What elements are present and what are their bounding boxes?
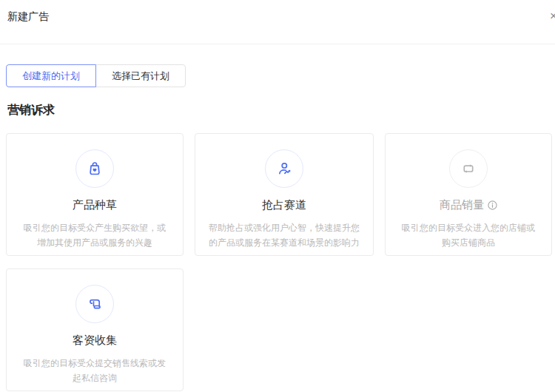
header-divider [0, 44, 555, 44]
tab-select-existing-plan[interactable]: 选择已有计划 [95, 64, 186, 87]
goal-card-description: 帮助抢占或强化用户心智，快速提升您的产品或服务在某赛道和场景的影响力 [195, 220, 373, 250]
bag-heart-icon [75, 149, 114, 188]
goal-card-seize-track[interactable]: 抢占赛道 帮助抢占或强化用户心智，快速提升您的产品或服务在某赛道和场景的影响力 [195, 133, 374, 256]
goal-card-lead-collection[interactable]: 客资收集 吸引您的目标受众提交销售线索或发起私信咨询 [6, 268, 184, 391]
new-ad-dialog: 新建广告 × 创建新的计划 选择已有计划 营销诉求 产品种草 吸引您的目标受众产… [0, 0, 555, 392]
goal-card-product-seeding[interactable]: 产品种草 吸引您的目标受众产生购买欲望，或增加其使用产品或服务的兴趣 [6, 133, 184, 256]
goal-card-title: 产品种草 [73, 198, 117, 212]
tab-create-new-plan[interactable]: 创建新的计划 [6, 64, 96, 87]
goal-card-description: 吸引您的目标受众进入您的店铺或购买店铺商品 [386, 220, 551, 250]
section-title-marketing-goal: 营销诉求 [7, 103, 55, 118]
goal-card-title: 商品销量 [440, 198, 484, 212]
dialog-title: 新建广告 [7, 10, 49, 24]
scroll-icon [75, 285, 114, 323]
goal-card-title: 抢占赛道 [262, 198, 306, 212]
info-icon[interactable] [488, 200, 497, 210]
goal-card-description: 吸引您的目标受众产生购买欲望，或增加其使用产品或服务的兴趣 [7, 220, 183, 250]
user-trend-arrow-icon [265, 149, 303, 188]
exchange-loop-icon [449, 149, 488, 188]
plan-tab-group: 创建新的计划 选择已有计划 [6, 64, 186, 87]
goal-card-title: 客资收集 [73, 334, 117, 348]
goal-card-description: 吸引您的目标受众提交销售线索或发起私信咨询 [7, 356, 183, 385]
goal-card-product-sales[interactable]: 商品销量 吸引您的目标受众进入您的店铺或购买店铺商品 [385, 133, 552, 256]
close-icon[interactable]: × [550, 10, 555, 22]
